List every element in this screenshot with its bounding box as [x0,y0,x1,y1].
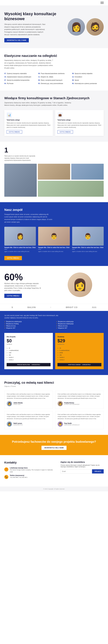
navigation [0,0,108,6]
testimonial-author-3: 👩 Stelli Larson SCENARZYSTA [7,422,51,427]
photo-cell-1 [4,164,37,197]
price-feature: Aile [59,354,101,356]
price-feature: Cecha 3 [59,356,101,358]
stats-right: 👩 [56,272,104,297]
price-features-1: 151 uzytkownik(ów)1GBAileCecha 3Cecha 3 [7,347,51,361]
team-member-3: 👨 Sample title. Click to select the text… [72,227,104,252]
feature-item: 04.Pły finowe [4,82,36,85]
service-card-1: 📊 Tytuł karty usługi Tekst para tu w naz… [4,110,53,136]
section-number: 1 [4,146,104,154]
photo-cell-2 [38,164,70,180]
author-avatar-4: 👨 [57,422,63,427]
phone-text: +312 982 8861 +312 982 8871 [10,476,28,478]
price-feature: 5 uzytkownik(ów) [59,349,101,352]
logo-1: S [11,306,13,308]
price-features-2: 155 uzytkownik(ów)20GBAileCecha 3Cecha 3 [57,347,101,361]
testimonial-author-1: 👩 Joline Almaty FIRMA CEO [7,401,51,406]
stats-left: 60% Wyobraź sobie w ciągu miesiąca pobie… [4,272,52,298]
price-feature: 1GB [9,352,51,354]
pricing-feat-left-4: ✓ Wsparcie 24/7 [4,327,52,329]
hero-text-block: Wysokiej klasy konsultacje biznesowe Ofe… [4,12,68,42]
testimonials-title: Przeczytaj, co mówią nasi klienci [4,381,104,384]
feature-item: 08.Prace klasowo/zawodowe zwolnienia [38,72,70,75]
author-title-3: SCENARZYSTA [13,424,23,426]
testimonial-author-2: 👩 Franka Kinney DYREKTOR FINANSOWY [57,401,101,406]
price-feature: 15 [59,347,101,349]
elastyczne-description: Zapewniamy elastyczny nauk online, dostę… [4,59,53,69]
pricing-features-right: ✓ Bezpieczna subskrypcja✓ Bezpieczna sub… [56,321,104,330]
contact-phone-item: 📞 Telefon (stacjonarny) +312 982 8861 +3… [4,475,56,479]
team-member-role-1: CEO [4,248,36,250]
testimonials-subtitle: Zdjęcia z Pexels [4,386,104,387]
feature-item: 06.Automatyczne systemy pomiarowe [72,82,104,85]
pricing-intro-section: Już dziś zacznij używać nasz. app jako h… [0,311,108,333]
pricing-feat-left-2: ✓ Bezpieczny hosting [4,323,52,324]
price-feature: Aile [9,354,51,356]
elastyczne-title: Elastyczne nauczanie na odległość [4,54,104,58]
photo-grid [4,164,104,198]
team-member-name-3: Sample title. Click to select the text b… [72,247,104,248]
author-name-1: Joline Almaty [13,402,23,404]
newsletter-submit-button[interactable]: Dołącz [92,469,104,474]
author-name-4: Paul Smith [64,422,80,424]
price-feature: Cecha 3 [9,356,51,358]
stats-more-button[interactable]: CZYTAJ WIĘCEJ [4,294,22,298]
price-amount-2: $29 [57,338,101,344]
team-member-1: 👩 Sample title. Click to select the text… [4,227,36,252]
feature-item: 09.Sprzęt do redukcji odpadów [72,72,104,75]
hero-title: Wysokiej klasy konsultacje biznesowe [4,12,65,21]
price-card-label-1: Dla Zespołu [7,336,51,338]
author-avatar-3: 👩 [7,422,12,427]
testimonials-grid: Proin sed libero enim sed faucibus turpi… [4,390,104,429]
pricing-feat-right-3: ✓ Więcej niż tura [56,325,104,327]
hero-contact-button[interactable]: SKONTAKTUJ SIĘ Z NAMI [4,38,29,42]
logo-5: ΛΛΛ [92,306,97,308]
features-grid: 07.Systemy transportu materiałów08.Prace… [4,72,104,85]
price-card-label-2: Osobisty [57,336,101,338]
cta-section: Potrzebujesz fachowców do swojego projek… [0,435,108,455]
feature-item: 11.Eksperci ds. składu [38,76,70,78]
phone-title: Telefon (stacjonarny) [10,475,28,476]
card-icon: 📊 [7,112,12,118]
newsletter-text: Chcesz więcej informacji i nowych aktual… [60,464,104,468]
stats-person-image: 👩 [68,272,92,297]
testimonial-card-4: Proin sed libero enim sed faucibus turpi… [55,411,104,429]
contact-title: Kontakty [4,461,56,464]
testimonial-text-4: Proin sed libero enim sed faucibus turpi… [57,414,101,420]
feature-item: 09.Sprzęt [72,79,104,82]
pricing-features-left: ✓ Bezpieczna subskrypcja✓ Bezpieczny hos… [4,321,52,330]
team-member-desc-1: again or double click to start editing t… [4,251,36,252]
service-cards: 📊 Tytuł karty usługi Tekst para tu w naz… [4,110,104,136]
author-title-2: DYREKTOR FINANSOWY [64,404,80,405]
price-feature: 20GB [59,352,101,354]
service-card-2: 💼 Tytuł karty usługi Tekst para tu w naz… [55,110,104,136]
price-card-btn1-1[interactable]: Przejdź bezpłatnie → Zarejestruj [7,363,51,366]
price-feature: 1 uzytkownik(ów) [9,349,51,352]
team-member-name-1: Sample title. Click to select the text b… [4,247,36,248]
card-title: Tytuł karty usługi [57,119,101,121]
pricing-feat-right-4: ✓ Wsparcie 24/7 [56,327,104,329]
card-read-more-button[interactable]: CZYTAJ WIĘCEJ [57,130,73,134]
card-read-more-button[interactable]: CZYTAJ WIĘCEJ [7,130,22,134]
hero-section: Wysokiej klasy konsultacje biznesowe Ofe… [0,6,108,48]
card-description: Tekst para tu w nazwie niezleconej do na… [7,122,51,128]
hero-description: Oferujemy szeroki zakres doświadczeń biz… [4,23,48,36]
pricing-feat-right-2: ✓ Bezpieczna subskrypcja [56,323,104,324]
hamburger-menu[interactable] [101,2,104,4]
cta-button[interactable]: SKONTAKTUJ SIĘ Z NAMI [42,446,66,450]
card-title: Tytuł karty usługi [7,119,51,121]
team-avatar-2: 👨 [38,227,70,246]
pricing-feat-left-1: ✓ Bezpieczna subskrypcja [4,321,52,322]
photo-1-placeholder [4,164,37,197]
pricing-features: ✓ Bezpieczna subskrypcja✓ Bezpieczny hos… [4,321,104,330]
logo-4: BRIGIT CO [66,306,77,308]
stats-description: Wyobraź sobie w ciągu miesiąca pobierają… [4,282,42,292]
team-more-button[interactable]: CZYTAJ WIĘCEJ [4,256,22,260]
testimonial-author-4: 👨 Paul Smith KIEROWNIK SPRZEDAŻY [57,422,101,427]
team-avatar-1: 👩 [4,227,36,246]
stats-number: 60% [4,272,52,282]
contact-info: 📍 Lokalizacja naszego biura The Interior… [4,467,56,479]
newsletter-email-input[interactable] [60,469,91,474]
address-title: Lokalizacja naszego biura [10,467,56,469]
price-card-btn1-2[interactable]: Kontynuuj zawsze → Zarejestruj [57,363,101,366]
